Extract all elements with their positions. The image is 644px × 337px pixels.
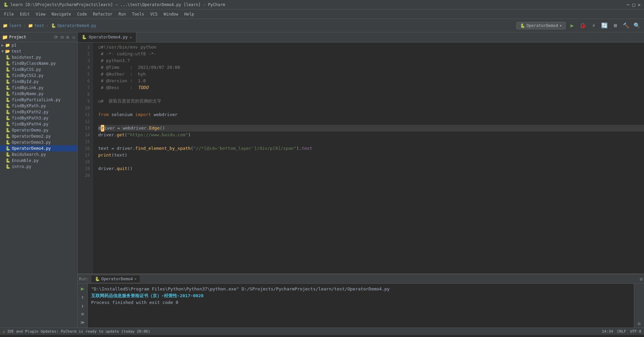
py-icon-5: 🐍	[5, 79, 10, 84]
code-token: text	[302, 145, 312, 152]
line-num-4: 4	[78, 64, 90, 71]
code-token: import	[135, 111, 151, 118]
code-line-11: from selenium import webdriver	[98, 111, 644, 118]
code-token: text = driver.	[98, 145, 135, 152]
menu-view[interactable]: View	[33, 11, 48, 18]
tree-item-findByPartialLink[interactable]: 🐍 findByPartialLink.py	[0, 97, 77, 103]
status-encoding[interactable]: UTF-8	[630, 329, 641, 334]
tab-close-button[interactable]: ✕	[130, 35, 132, 39]
tree-item-BaiduSearch[interactable]: 🐍 BaiduSearch.py	[0, 151, 77, 158]
menu-run[interactable]: Run	[116, 11, 129, 18]
tree-item-p1[interactable]: ▶ 📁 p1	[0, 42, 77, 48]
search-everywhere-button[interactable]: 🔍	[633, 21, 641, 30]
folder-expanded-icon: ▼	[1, 49, 4, 54]
run-command-line: "D:\InstalledS\Program Files\Python\Pyth…	[91, 286, 630, 292]
run-output-row: ▶ ↑ ↓ ⊡ ≫ "D:\InstalledS\Program Files\P…	[78, 284, 644, 328]
tree-item-findByXPath4[interactable]: 🐍 findByXPath4.py	[0, 121, 77, 127]
menu-code[interactable]: Code	[75, 11, 90, 18]
sync-button[interactable]: ⟳	[53, 34, 59, 40]
tree-item-baidutest[interactable]: 🐍 baidutest.py	[0, 54, 77, 60]
code-line-16: text = driver.find_element_by_xpath("//*…	[98, 145, 644, 152]
tree-item-findByClassName[interactable]: 🐍 findByClassName.py	[0, 60, 77, 66]
coverage-button[interactable]: ⚡	[589, 21, 598, 30]
run-tab-close[interactable]: ✕	[134, 277, 137, 281]
run-config-icon: 🐍	[520, 23, 525, 28]
menu-tools[interactable]: Tools	[129, 11, 147, 18]
stop-button[interactable]: ↓	[79, 302, 86, 309]
menu-navigate[interactable]: Navigate	[49, 11, 74, 18]
tree-item-OperatorDemo4[interactable]: 🐍 OperatorDemo4.py	[0, 145, 77, 151]
maximize-button[interactable]: □	[632, 2, 635, 7]
py-icon-8: 🐍	[5, 97, 10, 102]
run-controls: ▶ ↑ ↓ ⊡ ≫	[78, 284, 88, 328]
py-icon-13: 🐍	[5, 128, 10, 133]
collapse-button[interactable]: ⊟	[60, 34, 64, 40]
status-position[interactable]: 14:34	[602, 329, 613, 334]
menu-window[interactable]: Window	[161, 11, 181, 18]
tree-item-findByXPath2[interactable]: 🐍 findByXPath2.py	[0, 109, 77, 115]
tree-item-findByLink[interactable]: 🐍 findByLink.py	[0, 85, 77, 91]
menu-vcs[interactable]: VCS	[147, 11, 160, 18]
breadcrumb-file[interactable]: 🐍 OperatorDemo4.py	[51, 23, 97, 28]
run-tab-OperatorDemo4[interactable]: 🐍 OperatorDemo4 ✕	[91, 276, 140, 282]
tree-item-findById[interactable]: 🐍 findById.py	[0, 79, 77, 85]
window-controls[interactable]: ─ □ ✕	[627, 2, 641, 7]
menu-file[interactable]: File	[1, 11, 17, 18]
code-line-2: # -*- coding:utf8 -*-	[98, 51, 644, 57]
rerun-button[interactable]: ↑	[79, 293, 86, 301]
settings-button[interactable]: ⚙	[65, 34, 70, 40]
minimize-button[interactable]: ─	[627, 2, 629, 7]
breadcrumb-test[interactable]: 📁 test	[28, 23, 44, 28]
line-num-2: 2	[78, 51, 90, 57]
code-token: # -*- coding:utf8 -*-	[98, 51, 156, 57]
tree-label-test: test	[11, 49, 21, 54]
tree-item-OperatorDemo3[interactable]: 🐍 OperatorDemo3.py	[0, 139, 77, 145]
run-config-selector[interactable]: 🐍 OperatorDemo4 ▾	[516, 22, 566, 29]
project-icon: 📁	[2, 34, 8, 40]
status-crlf[interactable]: CRLF	[617, 329, 626, 334]
profile-button[interactable]: 🔄	[600, 21, 609, 30]
tree-item-findByXPath3[interactable]: 🐍 findByXPath3.py	[0, 115, 77, 121]
scroll-end-button[interactable]: ≫	[79, 319, 86, 326]
hide-panel-button[interactable]: ◁	[71, 34, 75, 40]
menu-help[interactable]: Help	[182, 11, 197, 18]
tree-item-findByXPath[interactable]: 🐍 findByXPath.py	[0, 103, 77, 109]
layout-button[interactable]: ⊞	[611, 21, 620, 30]
tree-item-OperatorDemo2[interactable]: 🐍 OperatorDemo2.py	[0, 133, 77, 139]
run-again-button[interactable]: ▶	[79, 285, 86, 292]
line-num-18: 18	[78, 159, 90, 165]
tree-label-findByCSS2: findByCSS2.py	[12, 73, 44, 78]
tree-item-Ensumble[interactable]: 🐍 Ensumble.py	[0, 158, 77, 164]
menu-refactor[interactable]: Refactor	[90, 11, 115, 18]
py-icon-17: 🐍	[5, 152, 10, 157]
tree-item-findByCSS[interactable]: 🐍 findByCSS.py	[0, 66, 77, 73]
py-icon-2: 🐍	[5, 61, 10, 66]
code-token: ()	[160, 125, 165, 132]
tree-item-test[interactable]: ▼ 📂 test	[0, 48, 77, 54]
tree-item-OperatorDemo[interactable]: 🐍 OperatorDemo.py	[0, 127, 77, 133]
line-num-19: 19	[78, 165, 90, 172]
breadcrumb-learn[interactable]: 📁 learn	[3, 23, 21, 28]
code-content[interactable]: ○#!/usr/bin/env python # -*- coding:utf8…	[93, 43, 644, 274]
debug-button[interactable]: 🐞	[579, 21, 587, 30]
run-button[interactable]: ▶	[568, 21, 576, 30]
build-button[interactable]: 🔨	[622, 21, 630, 30]
tree-item-findByName[interactable]: 🐍 findByName.py	[0, 91, 77, 97]
run-output: "D:\InstalledS\Program Files\Python\Pyth…	[88, 284, 634, 328]
code-line-4: # @Time : 2021/09/07 20:08	[98, 64, 644, 71]
code-editor[interactable]: 1 2 3 4 5 6 7 8 9 10 11 12 13 14 15 16 1…	[78, 43, 644, 274]
close-run-button[interactable]: ⊡	[79, 311, 86, 318]
menu-edit[interactable]: Edit	[17, 11, 32, 18]
line-num-11: 11	[78, 111, 90, 118]
run-tab-label: OperatorDemo4	[101, 277, 133, 281]
tree-label-OperatorDemo2: OperatorDemo2.py	[12, 134, 51, 139]
code-token: # @Version : 1.0	[98, 78, 146, 84]
close-button[interactable]: ✕	[638, 2, 641, 7]
status-message: ⚠ IDE and Plugin Updates: PyCharm is rea…	[3, 329, 150, 334]
py-icon-12: 🐍	[5, 122, 10, 127]
output-settings-button[interactable]: ⚙	[638, 321, 640, 326]
tab-OperatorDemo4[interactable]: 🐍 OperatorDemo4.py ✕	[78, 32, 136, 42]
tree-item-intro[interactable]: 🐍 intro.py	[0, 164, 77, 170]
run-settings-button[interactable]: ⚙	[640, 276, 643, 282]
tree-item-findByCSS2[interactable]: 🐍 findByCSS2.py	[0, 73, 77, 79]
